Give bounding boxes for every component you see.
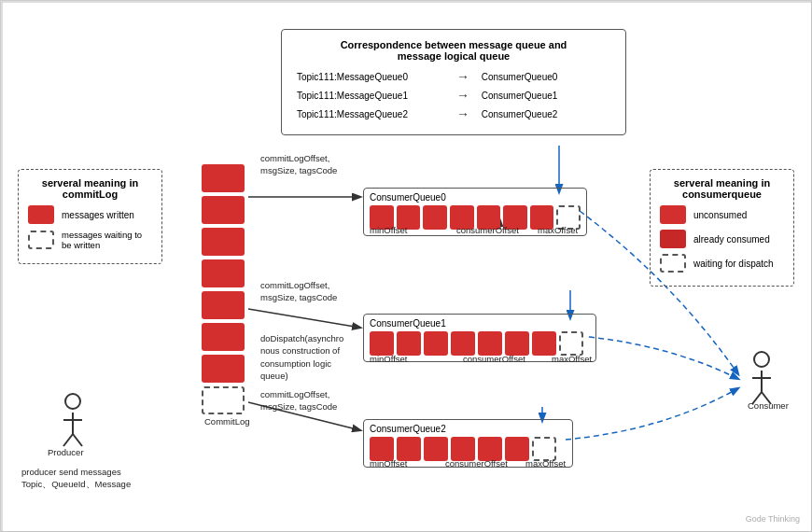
- commit-legend-item-waiting: messages waiting to be written: [28, 230, 152, 250]
- commit-legend-title: serveral meaning in commitLog: [28, 177, 152, 200]
- server-legend-box: serveral meaning in consumerqueue uncons…: [650, 169, 794, 287]
- correspondence-title: Correspondence between message queue and…: [297, 39, 610, 62]
- commit-cell-5: [202, 291, 245, 319]
- watermark: Gode Thinking: [746, 514, 800, 524]
- commit-legend-item-written: messages written: [28, 205, 152, 224]
- producer-person: [59, 393, 87, 450]
- cq1-commit-label: commitLogOffset,msgSize, tagsCode: [260, 279, 337, 304]
- corr-row-0: Topic111:MessageQueue0 → ConsumerQueue0: [297, 69, 610, 84]
- svg-line-2: [248, 309, 360, 328]
- commit-legend-box: serveral meaning in commitLog messages w…: [18, 169, 162, 264]
- commit-cell-2: [202, 196, 245, 224]
- diagram-container: Correspondence between message queue and…: [0, 0, 812, 532]
- red-block-consumed: [660, 230, 686, 248]
- cq0-consumer-offset: consumerOffset: [456, 225, 519, 235]
- producer-label: Producer: [48, 447, 84, 457]
- commit-cell-1: [202, 164, 245, 192]
- corr-row-1: Topic111:MessageQueue1 → ConsumerQueue1: [297, 88, 610, 103]
- cq0-max-offset: maxOffset: [538, 225, 578, 235]
- cq1-title: ConsumerQueue1: [370, 318, 590, 329]
- producer-body-svg: [59, 411, 87, 448]
- dashed-block-dispatch: [660, 254, 686, 273]
- consumer-head: [753, 351, 770, 368]
- svg-line-15: [73, 434, 82, 446]
- commit-cell-4: [202, 259, 245, 287]
- cq0-min-offset: minOffset: [370, 225, 407, 235]
- cq1-consumer-offset: consumerOffset: [463, 354, 525, 364]
- cq2-commit-label: commitLogOffset,msgSize, tagsCode: [260, 388, 337, 413]
- server-legend-consumed: already consumed: [660, 230, 784, 248]
- server-legend-unconsumed: unconsumed: [660, 205, 784, 224]
- commit-cell-3: [202, 228, 245, 256]
- dashed-block-icon: [28, 231, 54, 249]
- server-legend-waiting: waiting for dispatch: [660, 254, 784, 273]
- cq1-blocks: [370, 331, 590, 356]
- commit-cell-7: [202, 355, 245, 383]
- cq2-max-offset: maxOffset: [525, 458, 566, 469]
- cq1-max-offset: maxOffset: [552, 354, 592, 364]
- red-block-icon: [28, 205, 54, 224]
- server-legend-title: serveral meaning in consumerqueue: [660, 177, 784, 200]
- commit-cell-dashed: [202, 386, 245, 414]
- consumer-person: [748, 351, 776, 408]
- commitlog-label: CommitLog: [204, 416, 250, 427]
- producer-head: [64, 393, 81, 410]
- cq2-min-offset: minOffset: [370, 458, 407, 469]
- commit-cell-6: [202, 323, 245, 351]
- producer-send-label: producer send messagesTopic、QueueId、Mess…: [21, 466, 131, 491]
- cq0-title: ConsumerQueue0: [370, 192, 581, 203]
- cq2-consumer-offset: consumerOffset: [445, 458, 508, 469]
- correspondence-box: Correspondence between message queue and…: [281, 29, 626, 135]
- commitlog-column: [202, 164, 248, 414]
- cq0-commit-label: commitLogOffset,msgSize, tagsCode: [260, 152, 337, 177]
- red-block-unconsumed: [660, 205, 686, 224]
- corr-row-2: Topic111:MessageQueue2 → ConsumerQueue2: [297, 106, 610, 121]
- cq1-min-offset: minOffset: [370, 354, 407, 364]
- svg-line-14: [63, 434, 73, 446]
- dispatch-label: doDispatch(asynchronous construction ofc…: [260, 332, 343, 382]
- cq2-title: ConsumerQueue2: [370, 424, 567, 434]
- consumer-label: Consumer: [748, 400, 789, 411]
